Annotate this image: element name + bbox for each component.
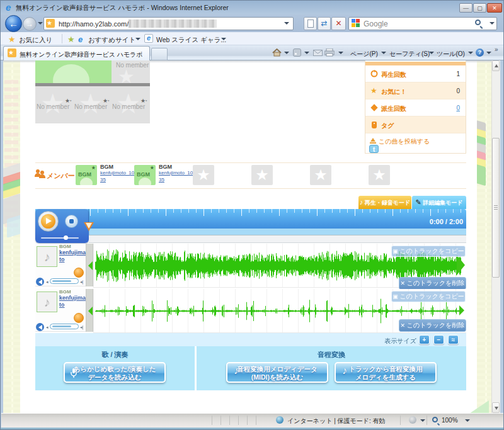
home-icon[interactable]: [272, 48, 282, 57]
new-tab-button[interactable]: [151, 48, 168, 60]
track-1-volume-slider[interactable]: [50, 278, 79, 284]
url-text: http://hamo.y2lab.com/: [59, 20, 129, 28]
member-slot-bgm-1[interactable]: BGM★: [76, 165, 97, 185]
mode-tab-play-record[interactable]: ♪ 再生・録音モード: [358, 196, 411, 209]
safety-menu-dropdown-icon[interactable]: [429, 52, 434, 54]
track-1-status-badge: [74, 268, 84, 278]
generate-melody-button[interactable]: ♪ トラックから音程変換用メロディを生成する: [335, 362, 437, 383]
safety-menu[interactable]: セーフティ(S): [389, 50, 430, 59]
track-2-speaker-icon[interactable]: [36, 323, 44, 331]
refresh-button[interactable]: ⇄: [318, 17, 331, 30]
scrollbar-up-arrow[interactable]: [492, 60, 500, 71]
post-song-link[interactable]: この曲を投稿する: [379, 137, 430, 146]
pencil-icon: ✎: [415, 198, 421, 206]
scrollbar-grip: [494, 205, 498, 206]
twitter-icon[interactable]: t: [369, 145, 379, 153]
load-performance-button[interactable]: あらかじめ歌った/演奏したデータを読み込む: [64, 362, 166, 383]
forward-button[interactable]: →: [23, 17, 37, 31]
track-1-copy-button[interactable]: ▣ このトラックをコピー: [391, 246, 466, 257]
member-avatar-current[interactable]: [35, 60, 112, 83]
home-dropdown-icon[interactable]: [284, 52, 289, 54]
track-2-user-link[interactable]: kenfujimato: [59, 295, 87, 308]
tools-menu-dropdown-icon[interactable]: [468, 52, 473, 54]
status-cell-divider: [229, 416, 230, 425]
x-icon: ✕: [401, 322, 406, 329]
feeds-icon[interactable]: [293, 48, 301, 57]
status-cell-divider: [247, 416, 248, 425]
master-volume-knob[interactable]: [64, 235, 68, 240]
help-icon[interactable]: ?: [476, 48, 484, 57]
stat-row-playcount: 再生回数 1: [365, 65, 466, 82]
search-icon[interactable]: [475, 20, 481, 25]
track-2-delete-button[interactable]: ✕ このトラックを削除: [399, 319, 466, 332]
mode-tab-detail-edit[interactable]: ✎ 詳細編集モード: [412, 196, 466, 209]
master-volume-slider[interactable]: [41, 237, 79, 239]
zoom-fit-button[interactable]: ≈: [448, 335, 459, 344]
track-1-start-marker[interactable]: [88, 261, 93, 270]
play-button[interactable]: [38, 211, 59, 232]
members-label: メンバー: [47, 171, 75, 181]
url-blurred-region: [129, 20, 217, 28]
scrollbar-thumb[interactable]: [492, 138, 500, 278]
mail-icon[interactable]: [313, 50, 323, 56]
track-2-end-marker[interactable]: [459, 305, 464, 315]
protected-mode-icon[interactable]: [409, 416, 416, 424]
post-icon: [370, 138, 376, 144]
zoom-out-button[interactable]: −: [433, 335, 444, 344]
stat-row-tags[interactable]: タグ: [365, 116, 466, 133]
search-dropdown-icon[interactable]: [490, 22, 495, 25]
feeds-dropdown-icon[interactable]: [304, 52, 309, 54]
track-2-copy-button[interactable]: ▣ このトラックをコピー: [391, 291, 466, 302]
member-name-link[interactable]: kenfujimoto_1035: [100, 169, 134, 183]
track-2-start-marker[interactable]: [88, 307, 93, 315]
suggested-sites-dropdown-icon[interactable]: [135, 38, 140, 40]
internet-zone-icon: [276, 416, 284, 424]
minimize-button[interactable]: —: [459, 3, 472, 13]
status-dropdown-icon[interactable]: [420, 419, 425, 422]
print-dropdown-icon[interactable]: [338, 52, 343, 54]
stop-button[interactable]: [65, 215, 78, 228]
track-1-user-link[interactable]: kenfujimato: [59, 249, 87, 263]
maximize-button[interactable]: ▢: [473, 3, 486, 13]
copy-icon: ▣: [392, 248, 398, 254]
help-dropdown-icon[interactable]: [486, 52, 491, 54]
member-name-link[interactable]: kenfujimoto_1035: [159, 169, 193, 183]
suggested-sites-button[interactable]: おすすめサイト: [88, 36, 135, 45]
page-menu-dropdown-icon[interactable]: [381, 52, 386, 54]
chevron-overflow-icon[interactable]: »: [495, 46, 498, 53]
zoom-in-button[interactable]: +: [419, 335, 430, 344]
close-button[interactable]: ✕: [487, 3, 502, 13]
horizontal-scrollbar[interactable]: [89, 235, 466, 243]
zoom-dropdown-icon[interactable]: [465, 419, 470, 422]
track-2-status-badge: [74, 313, 84, 323]
playhead-marker[interactable]: [84, 222, 94, 231]
compatibility-view-button[interactable]: [304, 17, 317, 30]
tools-menu[interactable]: ツール(O): [437, 50, 465, 59]
favorites-star-icon[interactable]: ★: [8, 35, 16, 44]
scrollbar-down-arrow[interactable]: [492, 402, 500, 413]
zoom-level[interactable]: 100%: [442, 417, 458, 424]
vol-min-mark: ◂: [46, 324, 49, 330]
track-1-speaker-icon[interactable]: [36, 278, 44, 286]
address-dropdown-icon[interactable]: [284, 22, 289, 25]
history-dropdown-icon[interactable]: [38, 22, 43, 25]
member-slot-empty-2: ★: [251, 165, 273, 185]
page-menu[interactable]: ページ(P): [350, 50, 378, 59]
track-2-volume-slider[interactable]: [50, 324, 79, 329]
status-cell-divider: [220, 416, 221, 425]
stop-button[interactable]: ✕: [331, 17, 346, 30]
track-1-badge: BGM: [59, 244, 71, 249]
web-slice-button[interactable]: Web スライス ギャラ...: [156, 36, 226, 45]
print-icon[interactable]: [324, 48, 335, 57]
back-button[interactable]: ←: [5, 15, 22, 32]
favorites-button[interactable]: お気に入り: [19, 36, 52, 45]
add-favorite-icon[interactable]: ★: [67, 35, 75, 44]
track-1-delete-button[interactable]: ✕ このトラックを削除: [399, 277, 466, 290]
load-midi-button[interactable]: ♪ 音程変換用メロディデータ(MIDI)を読み込む: [226, 362, 328, 383]
web-slice-dropdown-icon[interactable]: [221, 38, 226, 40]
member-slot-bgm-2[interactable]: BGM★: [134, 165, 156, 185]
zoom-icon[interactable]: [432, 417, 438, 422]
status-cell-divider: [256, 416, 256, 425]
track-1-end-marker[interactable]: [457, 255, 465, 275]
playhead-line: [88, 209, 89, 223]
